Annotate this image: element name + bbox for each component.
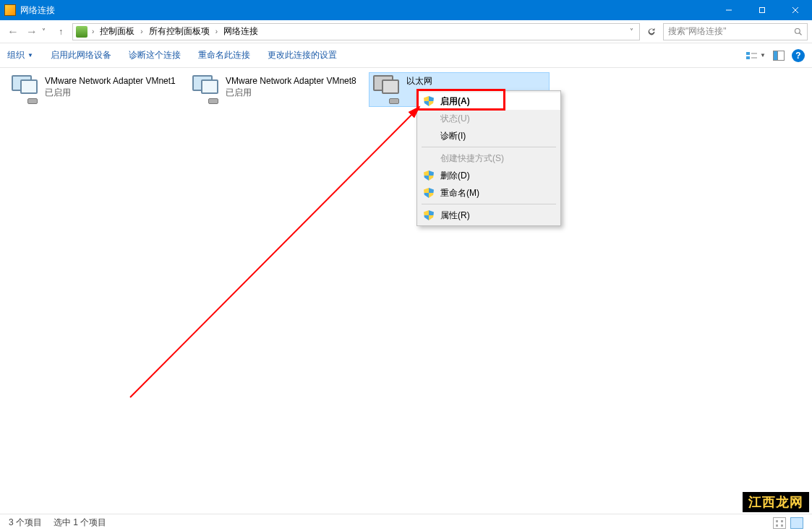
preview-pane-button[interactable] xyxy=(773,51,785,61)
chevron-down-icon: ▼ xyxy=(27,52,33,59)
shield-icon xyxy=(423,210,435,221)
status-item-count: 3 个项目 xyxy=(9,517,42,529)
ctx-enable-label: 启用(A) xyxy=(440,95,470,108)
context-menu: 启用(A) 状态(U) 诊断(I) 创建快捷方式(S) 删除(D) 重命名(M)… xyxy=(416,90,561,226)
view-options-button[interactable]: ▼ xyxy=(745,51,766,61)
nav-back-button[interactable]: ← xyxy=(4,23,22,40)
ctx-rename-label: 重命名(M) xyxy=(440,187,479,199)
refresh-button[interactable] xyxy=(643,23,660,40)
breadcrumb-mid[interactable]: 所有控制面板项 xyxy=(148,25,211,38)
breadcrumb-leaf[interactable]: 网络连接 xyxy=(222,25,260,38)
ctx-rename[interactable]: 重命名(M) xyxy=(417,184,560,202)
path-dropdown[interactable]: ˅ xyxy=(627,27,636,35)
chevron-right-icon: › xyxy=(92,27,94,35)
breadcrumb-path[interactable]: › 控制面板 › 所有控制面板项 › 网络连接 ˅ xyxy=(72,23,640,40)
network-adapter-icon xyxy=(10,75,39,104)
adapter-item-vmnet8[interactable]: VMware Network Adapter VMnet8 已启用 xyxy=(188,72,369,107)
search-placeholder: 搜索"网络连接" xyxy=(668,25,727,38)
chevron-right-icon: › xyxy=(215,27,218,35)
adapter-name: VMware Network Adapter VMnet8 xyxy=(226,75,356,87)
ctx-delete-label: 删除(D) xyxy=(440,170,470,182)
breadcrumb-root[interactable]: 控制面板 xyxy=(98,25,136,38)
nav-up-button[interactable]: ↑ xyxy=(52,23,69,40)
close-button[interactable] xyxy=(779,0,812,20)
view-large-icons-button[interactable] xyxy=(773,517,786,529)
address-bar: ← → ˅ ↑ › 控制面板 › 所有控制面板项 › 网络连接 ˅ 搜索"网络连… xyxy=(0,20,812,43)
diagnose-command[interactable]: 诊断这个连接 xyxy=(129,49,181,61)
ctx-shortcut: 创建快捷方式(S) xyxy=(417,150,560,167)
change-settings-command[interactable]: 更改此连接的设置 xyxy=(268,49,337,61)
view-details-button[interactable] xyxy=(790,517,803,529)
nav-history-dropdown[interactable]: ˅ xyxy=(42,27,51,35)
command-bar: 组织 ▼ 启用此网络设备 诊断这个连接 重命名此连接 更改此连接的设置 ▼ ? xyxy=(0,43,812,68)
shield-icon xyxy=(423,187,435,199)
organize-menu[interactable]: 组织 ▼ xyxy=(7,49,33,61)
ctx-properties[interactable]: 属性(R) xyxy=(417,207,560,224)
enable-device-command[interactable]: 启用此网络设备 xyxy=(51,49,111,61)
minimize-button[interactable] xyxy=(712,0,745,20)
svg-line-5 xyxy=(800,33,802,35)
network-adapter-icon xyxy=(191,75,220,104)
menu-separator xyxy=(422,204,556,204)
control-panel-icon xyxy=(76,26,87,38)
adapter-status: 已启用 xyxy=(45,87,176,98)
status-selected-count: 选中 1 个项目 xyxy=(54,517,106,529)
menu-separator xyxy=(422,147,556,147)
ctx-status: 状态(U) xyxy=(417,110,560,127)
content-area: VMware Network Adapter VMnet1 已启用 VMware… xyxy=(0,68,812,514)
watermark: 江西龙网 xyxy=(743,492,809,512)
nav-forward-button[interactable]: → xyxy=(23,23,40,40)
search-input[interactable]: 搜索"网络连接" xyxy=(663,23,808,40)
ctx-diagnose-label: 诊断(I) xyxy=(440,130,466,142)
chevron-right-icon: › xyxy=(140,27,142,35)
svg-rect-6 xyxy=(746,52,750,55)
network-adapter-icon xyxy=(372,75,401,104)
window-controls xyxy=(712,0,812,20)
ctx-shortcut-label: 创建快捷方式(S) xyxy=(440,152,504,165)
title-bar: 网络连接 xyxy=(0,0,812,20)
ctx-delete[interactable]: 删除(D) xyxy=(417,167,560,184)
organize-label: 组织 xyxy=(7,49,25,61)
status-bar: 3 个项目 选中 1 个项目 xyxy=(0,514,812,531)
svg-rect-1 xyxy=(760,8,765,13)
ctx-diagnose[interactable]: 诊断(I) xyxy=(417,127,560,144)
adapter-status: 已启用 xyxy=(226,87,356,98)
app-icon xyxy=(4,4,16,16)
svg-rect-7 xyxy=(746,56,750,59)
shield-icon xyxy=(423,95,435,107)
help-button[interactable]: ? xyxy=(792,49,805,62)
adapter-name: 以太网 xyxy=(406,75,432,87)
svg-point-4 xyxy=(795,28,800,33)
ctx-status-label: 状态(U) xyxy=(440,113,470,125)
adapter-name: VMware Network Adapter VMnet1 xyxy=(45,75,176,87)
rename-command[interactable]: 重命名此连接 xyxy=(198,49,250,61)
adapter-item-vmnet1[interactable]: VMware Network Adapter VMnet1 已启用 xyxy=(7,72,188,107)
window-title: 网络连接 xyxy=(20,4,55,17)
ctx-enable[interactable]: 启用(A) xyxy=(417,92,560,110)
ctx-properties-label: 属性(R) xyxy=(440,210,470,222)
maximize-button[interactable] xyxy=(745,0,779,20)
shield-icon xyxy=(423,170,435,181)
search-icon xyxy=(794,27,803,36)
